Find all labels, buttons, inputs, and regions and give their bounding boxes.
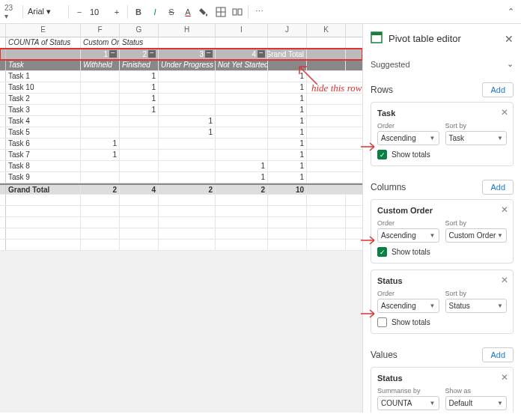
fill-color-button[interactable] [198, 6, 210, 18]
empty-cell[interactable] [81, 217, 120, 228]
value-cell[interactable] [81, 116, 120, 127]
value-cell[interactable]: 1 [81, 150, 120, 160]
empty-cell[interactable] [216, 195, 268, 205]
cell[interactable]: 2 − [120, 49, 159, 59]
add-column-button[interactable]: Add [482, 180, 514, 195]
value-cell[interactable]: 1 [159, 116, 216, 127]
value-cell[interactable]: 1 [81, 139, 120, 149]
show-totals-checkbox[interactable] [377, 317, 387, 327]
empty-cell[interactable] [159, 206, 216, 216]
cell[interactable]: Task [6, 60, 81, 70]
value-cell[interactable] [120, 139, 159, 149]
font-size-minus[interactable]: − [73, 6, 85, 18]
empty-cell[interactable] [307, 206, 346, 216]
empty-cell[interactable] [120, 240, 159, 250]
value-cell[interactable] [216, 139, 268, 149]
task-cell[interactable]: Task 3 [6, 105, 81, 115]
col-header-J[interactable]: J [268, 24, 307, 37]
col-header-H[interactable]: H [159, 24, 216, 37]
cell[interactable]: 3 − [159, 49, 216, 59]
font-size-input[interactable]: 10 [90, 7, 106, 16]
col-header-F[interactable]: F [81, 24, 120, 37]
value-cell[interactable] [216, 82, 268, 93]
empty-cell[interactable] [159, 195, 216, 205]
value-cell[interactable] [216, 127, 268, 138]
suggested-section[interactable]: Suggested ⌄ [371, 53, 514, 75]
empty-cell[interactable] [6, 217, 81, 228]
collapse-icon[interactable]: − [258, 50, 265, 58]
collapse-icon[interactable]: − [148, 50, 156, 58]
sortby-dropdown[interactable]: Task▼ [445, 131, 508, 145]
cell[interactable]: Not Yet Started [216, 60, 268, 70]
empty-cell[interactable] [216, 240, 268, 250]
grand-total-value[interactable]: 4 [120, 185, 159, 194]
empty-cell[interactable] [268, 195, 307, 205]
col-header-I[interactable]: I [216, 24, 268, 37]
value-cell[interactable]: 1 [120, 94, 159, 104]
grand-total-value[interactable]: 10 [268, 185, 307, 194]
empty-cell[interactable] [120, 206, 159, 216]
value-cell[interactable] [159, 161, 216, 171]
showas-dropdown[interactable]: Default▼ [445, 396, 508, 410]
cell[interactable]: Status [120, 37, 159, 48]
value-cell[interactable]: 1 [268, 116, 307, 127]
value-cell[interactable] [159, 94, 216, 104]
value-cell[interactable] [216, 150, 268, 160]
remove-card-button[interactable]: ✕ [501, 204, 508, 215]
add-value-button[interactable]: Add [482, 347, 514, 362]
empty-cell[interactable] [307, 195, 346, 205]
value-cell[interactable] [120, 172, 159, 183]
cell[interactable]: Custom Order [81, 37, 120, 48]
close-pivot-editor[interactable]: ✕ [505, 33, 514, 45]
value-cell[interactable]: 1 [268, 105, 307, 115]
value-cell[interactable] [81, 82, 120, 93]
value-cell[interactable] [120, 150, 159, 160]
task-cell[interactable]: Task 8 [6, 161, 81, 171]
cell[interactable] [159, 37, 216, 48]
value-cell[interactable]: 1 [268, 150, 307, 160]
empty-cell[interactable] [268, 228, 307, 239]
grand-total-value[interactable]: 2 [81, 185, 120, 194]
task-cell[interactable]: Task 7 [6, 150, 81, 160]
value-cell[interactable]: 1 [268, 161, 307, 171]
empty-cell[interactable] [81, 228, 120, 239]
empty-cell[interactable] [159, 217, 216, 228]
add-row-button[interactable]: Add [482, 82, 514, 97]
value-cell[interactable] [81, 127, 120, 138]
task-cell[interactable]: Task 10 [6, 82, 81, 93]
value-cell[interactable] [120, 127, 159, 138]
empty-cell[interactable] [268, 217, 307, 228]
remove-card-button[interactable]: ✕ [501, 107, 508, 118]
empty-cell[interactable] [120, 195, 159, 205]
empty-cell[interactable] [268, 206, 307, 216]
value-cell[interactable]: 1 [268, 172, 307, 183]
empty-cell[interactable] [120, 228, 159, 239]
value-cell[interactable]: 1 [159, 127, 216, 138]
value-cell[interactable]: 1 [120, 105, 159, 115]
empty-cell[interactable] [81, 240, 120, 250]
bold-button[interactable]: B [132, 6, 144, 18]
empty-cell[interactable] [6, 240, 81, 250]
strike-button[interactable]: S [165, 6, 177, 18]
task-cell[interactable]: Task 5 [6, 127, 81, 138]
value-cell[interactable]: 1 [268, 127, 307, 138]
grand-total-value[interactable]: 2 [216, 185, 268, 194]
empty-cell[interactable] [216, 228, 268, 239]
value-cell[interactable]: 1 [120, 82, 159, 93]
cell[interactable]: Under Progress [159, 60, 216, 70]
sortby-dropdown[interactable]: Status▼ [445, 299, 508, 313]
value-cell[interactable] [120, 116, 159, 127]
remove-card-button[interactable]: ✕ [501, 372, 508, 383]
task-cell[interactable]: Task 6 [6, 139, 81, 149]
value-cell[interactable] [159, 150, 216, 160]
value-cell[interactable] [81, 71, 120, 82]
value-cell[interactable] [159, 71, 216, 82]
value-cell[interactable]: 1 [268, 139, 307, 149]
show-totals-checkbox[interactable] [377, 247, 387, 257]
cell[interactable] [268, 37, 307, 48]
collapse-icon[interactable]: − [109, 50, 117, 58]
value-cell[interactable]: 1 [268, 94, 307, 104]
cell[interactable]: COUNTA of Status [6, 37, 81, 48]
col-header-K[interactable]: K [307, 24, 346, 37]
empty-cell[interactable] [120, 217, 159, 228]
